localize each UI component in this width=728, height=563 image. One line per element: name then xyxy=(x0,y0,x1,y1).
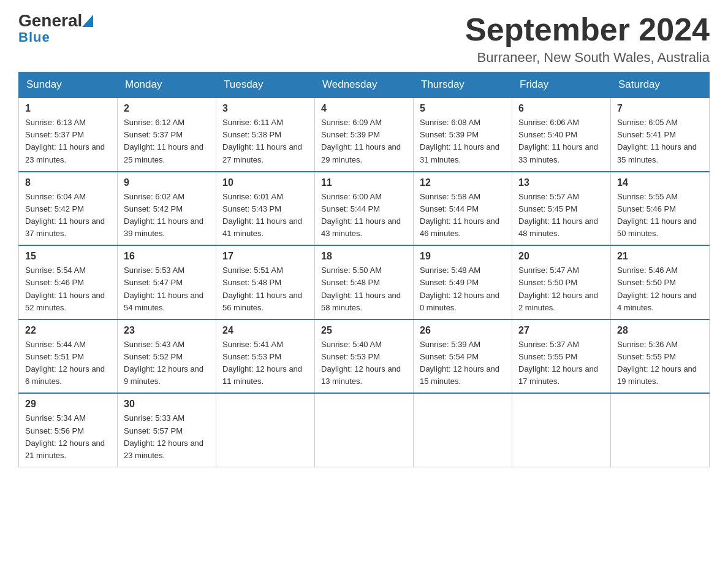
day-number: 25 xyxy=(321,325,407,336)
table-row xyxy=(315,393,414,467)
day-number: 9 xyxy=(124,177,210,188)
col-tuesday: Tuesday xyxy=(216,72,315,98)
day-info: Sunrise: 6:05 AMSunset: 5:41 PMDaylight:… xyxy=(617,117,703,166)
table-row: 18 Sunrise: 5:50 AMSunset: 5:48 PMDaylig… xyxy=(315,245,414,320)
table-row: 28 Sunrise: 5:36 AMSunset: 5:55 PMDaylig… xyxy=(611,320,710,394)
table-row: 23 Sunrise: 5:43 AMSunset: 5:52 PMDaylig… xyxy=(118,320,216,394)
title-section: September 2024 Burraneer, New South Wale… xyxy=(465,12,710,66)
col-friday: Friday xyxy=(512,72,611,98)
table-row: 16 Sunrise: 5:53 AMSunset: 5:47 PMDaylig… xyxy=(118,245,216,320)
day-info: Sunrise: 6:08 AMSunset: 5:39 PMDaylight:… xyxy=(420,117,506,166)
day-number: 20 xyxy=(518,251,604,262)
col-monday: Monday xyxy=(118,72,216,98)
day-number: 21 xyxy=(617,251,703,262)
table-row: 2 Sunrise: 6:12 AMSunset: 5:37 PMDayligh… xyxy=(118,98,216,172)
day-info: Sunrise: 5:39 AMSunset: 5:54 PMDaylight:… xyxy=(420,339,506,388)
day-number: 16 xyxy=(124,251,210,262)
table-row: 25 Sunrise: 5:40 AMSunset: 5:53 PMDaylig… xyxy=(315,320,414,394)
location: Burraneer, New South Wales, Australia xyxy=(465,50,710,66)
day-number: 11 xyxy=(321,177,407,188)
day-info: Sunrise: 5:58 AMSunset: 5:44 PMDaylight:… xyxy=(420,191,506,240)
day-info: Sunrise: 6:01 AMSunset: 5:43 PMDaylight:… xyxy=(222,191,308,240)
day-info: Sunrise: 6:11 AMSunset: 5:38 PMDaylight:… xyxy=(222,117,308,166)
table-row: 30 Sunrise: 5:33 AMSunset: 5:57 PMDaylig… xyxy=(118,393,216,467)
day-number: 14 xyxy=(617,177,703,188)
day-info: Sunrise: 5:57 AMSunset: 5:45 PMDaylight:… xyxy=(518,191,604,240)
day-number: 7 xyxy=(617,103,703,114)
table-row: 20 Sunrise: 5:47 AMSunset: 5:50 PMDaylig… xyxy=(512,245,611,320)
table-row: 21 Sunrise: 5:46 AMSunset: 5:50 PMDaylig… xyxy=(611,245,710,320)
day-info: Sunrise: 5:34 AMSunset: 5:56 PMDaylight:… xyxy=(25,412,111,462)
calendar-week-row: 29 Sunrise: 5:34 AMSunset: 5:56 PMDaylig… xyxy=(19,393,710,467)
day-number: 27 xyxy=(518,325,604,336)
table-row xyxy=(216,393,315,467)
page-header: General Blue September 2024 Burraneer, N… xyxy=(18,12,710,66)
col-wednesday: Wednesday xyxy=(315,72,414,98)
day-info: Sunrise: 6:06 AMSunset: 5:40 PMDaylight:… xyxy=(518,117,604,166)
day-info: Sunrise: 5:40 AMSunset: 5:53 PMDaylight:… xyxy=(321,339,407,388)
col-thursday: Thursday xyxy=(414,72,512,98)
table-row xyxy=(414,393,512,467)
logo: General Blue xyxy=(18,12,94,45)
table-row: 7 Sunrise: 6:05 AMSunset: 5:41 PMDayligh… xyxy=(611,98,710,172)
day-info: Sunrise: 5:37 AMSunset: 5:55 PMDaylight:… xyxy=(518,339,604,388)
col-sunday: Sunday xyxy=(19,72,118,98)
calendar-week-row: 8 Sunrise: 6:04 AMSunset: 5:42 PMDayligh… xyxy=(19,172,710,246)
table-row: 14 Sunrise: 5:55 AMSunset: 5:46 PMDaylig… xyxy=(611,172,710,246)
table-row: 27 Sunrise: 5:37 AMSunset: 5:55 PMDaylig… xyxy=(512,320,611,394)
table-row: 26 Sunrise: 5:39 AMSunset: 5:54 PMDaylig… xyxy=(414,320,512,394)
table-row: 29 Sunrise: 5:34 AMSunset: 5:56 PMDaylig… xyxy=(19,393,118,467)
day-number: 22 xyxy=(25,325,111,336)
table-row: 4 Sunrise: 6:09 AMSunset: 5:39 PMDayligh… xyxy=(315,98,414,172)
day-number: 29 xyxy=(25,399,111,410)
svg-marker-0 xyxy=(82,15,93,27)
day-info: Sunrise: 5:53 AMSunset: 5:47 PMDaylight:… xyxy=(124,264,210,314)
month-title: September 2024 xyxy=(465,12,710,47)
day-number: 2 xyxy=(124,103,210,114)
day-number: 19 xyxy=(420,251,506,262)
table-row: 11 Sunrise: 6:00 AMSunset: 5:44 PMDaylig… xyxy=(315,172,414,246)
table-row: 15 Sunrise: 5:54 AMSunset: 5:46 PMDaylig… xyxy=(19,245,118,320)
day-number: 30 xyxy=(124,399,210,410)
day-number: 15 xyxy=(25,251,111,262)
table-row: 10 Sunrise: 6:01 AMSunset: 5:43 PMDaylig… xyxy=(216,172,315,246)
col-saturday: Saturday xyxy=(611,72,710,98)
day-info: Sunrise: 6:00 AMSunset: 5:44 PMDaylight:… xyxy=(321,191,407,240)
day-info: Sunrise: 5:51 AMSunset: 5:48 PMDaylight:… xyxy=(222,264,308,314)
day-number: 5 xyxy=(420,103,506,114)
table-row xyxy=(512,393,611,467)
table-row: 8 Sunrise: 6:04 AMSunset: 5:42 PMDayligh… xyxy=(19,172,118,246)
day-number: 6 xyxy=(518,103,604,114)
calendar-week-row: 15 Sunrise: 5:54 AMSunset: 5:46 PMDaylig… xyxy=(19,245,710,320)
table-row: 22 Sunrise: 5:44 AMSunset: 5:51 PMDaylig… xyxy=(19,320,118,394)
logo-general: General xyxy=(18,12,82,29)
day-number: 23 xyxy=(124,325,210,336)
day-number: 17 xyxy=(222,251,308,262)
table-row: 3 Sunrise: 6:11 AMSunset: 5:38 PMDayligh… xyxy=(216,98,315,172)
calendar-header-row: Sunday Monday Tuesday Wednesday Thursday… xyxy=(19,72,710,98)
day-info: Sunrise: 5:46 AMSunset: 5:50 PMDaylight:… xyxy=(617,264,703,314)
calendar-table: Sunday Monday Tuesday Wednesday Thursday… xyxy=(18,72,710,467)
day-info: Sunrise: 6:02 AMSunset: 5:42 PMDaylight:… xyxy=(124,191,210,240)
day-info: Sunrise: 5:48 AMSunset: 5:49 PMDaylight:… xyxy=(420,264,506,314)
day-number: 13 xyxy=(518,177,604,188)
day-number: 4 xyxy=(321,103,407,114)
table-row: 1 Sunrise: 6:13 AMSunset: 5:37 PMDayligh… xyxy=(19,98,118,172)
day-info: Sunrise: 5:33 AMSunset: 5:57 PMDaylight:… xyxy=(124,412,210,462)
day-number: 8 xyxy=(25,177,111,188)
day-number: 18 xyxy=(321,251,407,262)
table-row: 6 Sunrise: 6:06 AMSunset: 5:40 PMDayligh… xyxy=(512,98,611,172)
day-info: Sunrise: 6:09 AMSunset: 5:39 PMDaylight:… xyxy=(321,117,407,166)
day-info: Sunrise: 5:41 AMSunset: 5:53 PMDaylight:… xyxy=(222,339,308,388)
logo-triangle-icon xyxy=(82,15,93,27)
day-number: 12 xyxy=(420,177,506,188)
table-row: 17 Sunrise: 5:51 AMSunset: 5:48 PMDaylig… xyxy=(216,245,315,320)
day-info: Sunrise: 5:36 AMSunset: 5:55 PMDaylight:… xyxy=(617,339,703,388)
table-row: 24 Sunrise: 5:41 AMSunset: 5:53 PMDaylig… xyxy=(216,320,315,394)
day-number: 1 xyxy=(25,103,111,114)
logo-blue: Blue xyxy=(18,29,50,45)
table-row: 13 Sunrise: 5:57 AMSunset: 5:45 PMDaylig… xyxy=(512,172,611,246)
day-number: 26 xyxy=(420,325,506,336)
day-info: Sunrise: 5:50 AMSunset: 5:48 PMDaylight:… xyxy=(321,264,407,314)
day-info: Sunrise: 5:44 AMSunset: 5:51 PMDaylight:… xyxy=(25,339,111,388)
